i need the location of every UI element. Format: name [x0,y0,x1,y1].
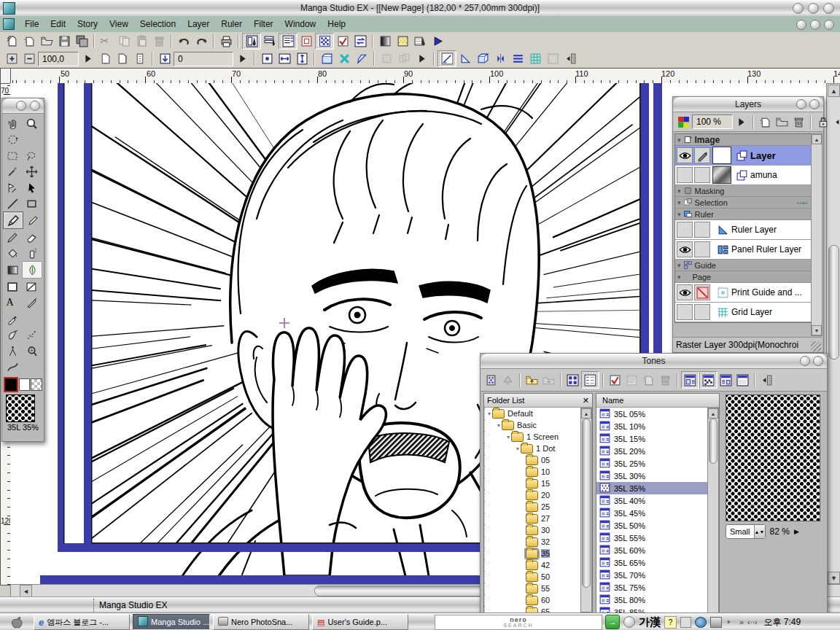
layers-section-page[interactable]: ▾Page [675,271,811,283]
tone-item-35l-70-[interactable]: 35L 70% [596,569,709,581]
panels-palette-toggle[interactable] [298,34,315,49]
panel-tool[interactable] [3,279,22,295]
fit-height-button[interactable] [293,51,311,66]
search-options-button[interactable] [623,616,635,628]
layer-row-panel-ruler-layer[interactable]: Panel Ruler Layer [675,240,811,260]
grid-button[interactable] [526,51,544,66]
tone-check-button[interactable] [607,372,623,388]
tone-item-35l-20-[interactable]: 35L 20% [596,445,709,457]
tone-item-35l-40-[interactable]: 35L 40% [596,494,709,507]
tree-expander-icon[interactable]: ▾ [488,411,491,417]
menubar-restore-button[interactable] [810,20,820,30]
ime-help-icon[interactable]: ? [664,616,677,629]
layers-scroll-down[interactable]: ▼ [812,325,822,335]
open-button[interactable] [38,34,55,49]
grab-panel-tool[interactable] [3,179,22,195]
finger-tool[interactable] [3,327,22,343]
tools-palette-toggle[interactable] [242,33,261,50]
section-collapse-icon[interactable]: ▾ [677,273,681,281]
panel-cutter-tool[interactable] [22,279,41,295]
task-users-guide[interactable]: ▤User's Guide.p... [312,614,408,630]
new-folder-button[interactable] [774,114,790,130]
tone-folder-32[interactable]: 32 [484,536,582,548]
actual-size-button[interactable] [258,51,276,66]
layer-visible-eye-icon[interactable] [677,284,693,300]
undo-button[interactable] [175,34,192,49]
layer-edit-box[interactable] [694,241,710,257]
opacity-value-field[interactable]: 100 % [692,114,733,129]
tree-scroll-up[interactable]: ▲ [581,408,591,419]
current-tone-chip[interactable] [6,394,35,422]
tones-collapse-button[interactable] [800,356,810,366]
tone-folder-25[interactable]: 25 [484,501,582,513]
preview-size-select[interactable]: Small ▲▼ [726,524,766,539]
parallel-lines-button[interactable] [509,51,526,66]
preview-zoom-arrow[interactable]: ▶ [794,528,799,535]
start-button[interactable] [6,615,28,629]
swap-palettes-button[interactable] [351,34,369,49]
layers-collapse-button[interactable] [796,99,806,109]
eyedropper-tool[interactable] [3,311,22,327]
paste-tone-button[interactable] [483,372,499,388]
show-folders-toggle[interactable] [681,371,699,389]
rotate-tool[interactable] [3,131,22,147]
hand-tool[interactable] [3,115,22,131]
tone-folder-basic[interactable]: ▾Basic [484,419,582,431]
pen-ruler-button[interactable] [438,50,456,67]
menu-edit[interactable]: Edit [44,19,71,29]
rectangle-tool[interactable] [22,195,41,211]
tone-folder-05[interactable]: 05 [484,454,582,466]
folder-up-button[interactable] [524,372,540,388]
tone-item-35l-25-[interactable]: 35L 25% [596,457,709,470]
tree-scroll-thumb[interactable] [582,419,591,588]
nero-search-deskband[interactable]: nero SEARCH [435,615,602,630]
layers-palette-toggle[interactable] [261,34,279,49]
tone-folder-60[interactable]: 60 [484,594,582,606]
layers-section-masking[interactable]: ▾Masking [675,185,811,197]
scroll-left-arrow[interactable]: ◄ [20,585,32,597]
task-manga-studio[interactable]: Manga Studio ... [133,614,210,630]
tone-item-35l-50-[interactable]: 35L 50% [596,519,709,532]
tree-expander-icon[interactable]: ▾ [497,422,500,429]
next-page-button[interactable] [114,51,131,66]
perspective-ruler-button[interactable] [474,51,491,66]
layer-visible-eye-icon[interactable] [677,241,693,257]
layer-visibility-box[interactable] [677,222,693,238]
tone-folder-30[interactable]: 30 [484,524,582,536]
materials-button[interactable] [411,34,429,49]
tone-item-35l-05-[interactable]: 35L 05% [596,408,709,420]
window-maximize-button[interactable] [808,3,819,14]
goto-page-button[interactable] [156,51,174,66]
tone-folder-50[interactable]: 50 [484,571,582,583]
menubar-close-button[interactable] [824,20,834,30]
layers-section-ruler[interactable]: ▾Ruler [675,209,811,220]
zoom-menu-arrow[interactable] [79,51,96,66]
search-go-button[interactable]: → [605,615,620,629]
layer-edit-box[interactable] [694,167,710,183]
navigator-palette-toggle[interactable] [279,33,298,50]
opacity-menu-arrow[interactable] [733,114,750,130]
layers-close-button[interactable] [809,99,820,109]
tone-folder-55[interactable]: 55 [484,583,582,594]
canvas-vertical-scrollbar[interactable]: ▲ ▼ [826,83,840,586]
tone-folder-35[interactable]: 35 [484,548,582,559]
gradient-tool[interactable] [3,262,22,278]
move-tool[interactable] [22,163,41,179]
tonelist-scroll-up[interactable]: ▲ [708,408,718,419]
fit-width-button[interactable] [276,51,293,66]
toolbar-handle[interactable] [561,51,579,66]
redo-button[interactable] [192,34,210,49]
tray-display-icon[interactable] [695,617,707,628]
tones-close-button[interactable] [813,356,823,366]
scroll-down-arrow[interactable]: ▼ [828,572,840,584]
pencil-tool[interactable] [23,212,42,228]
save-all-button[interactable] [73,34,90,49]
background-color-swatch[interactable] [19,378,31,391]
layers-scroll-up[interactable]: ▲ [812,134,822,144]
tone-folder-65[interactable]: 65 [484,606,582,612]
marker-tool[interactable] [3,229,22,245]
tone-name-header[interactable]: Name [602,396,623,405]
lasso-tool[interactable] [22,147,41,163]
properties-palette-toggle[interactable] [334,34,351,49]
layer-print-disabled-icon[interactable] [694,284,710,300]
